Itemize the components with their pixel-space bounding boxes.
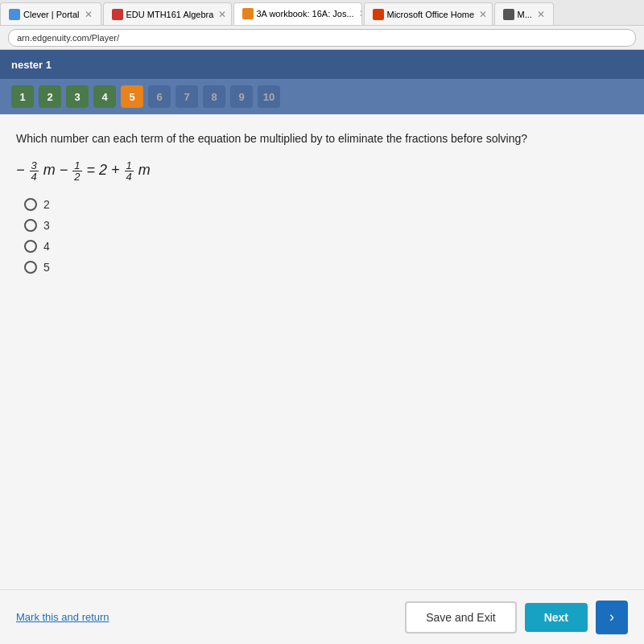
forward-arrow-button[interactable]: › xyxy=(596,601,628,634)
q-num-3[interactable]: 3 xyxy=(66,85,89,108)
radio-3[interactable] xyxy=(24,219,37,232)
q-num-8[interactable]: 8 xyxy=(203,85,225,108)
option-4[interactable]: 4 xyxy=(24,240,628,253)
q-num-7[interactable]: 7 xyxy=(175,85,198,108)
option-2[interactable]: 2 xyxy=(24,198,628,211)
chevron-right-icon: › xyxy=(609,609,614,625)
question-nav: 1 2 3 4 5 6 7 8 9 10 xyxy=(0,79,644,114)
option-3[interactable]: 3 xyxy=(24,219,628,232)
tab-label-workbook: 3A workbook: 16A: Jos... xyxy=(257,9,354,19)
fraction-1-4: 1 4 xyxy=(125,160,134,182)
fraction-3-4: 3 4 xyxy=(30,160,39,182)
tab-icon-workbook xyxy=(242,8,254,19)
footer-buttons: Save and Exit Next › xyxy=(405,601,628,634)
answer-options: 2 3 4 5 xyxy=(24,198,628,274)
tab-icon-misc xyxy=(503,9,514,20)
footer: Mark this and return Save and Exit Next … xyxy=(0,589,644,644)
mark-return-link[interactable]: Mark this and return xyxy=(16,611,109,623)
tab-close-clever[interactable]: ✕ xyxy=(85,9,93,20)
q-num-9[interactable]: 9 xyxy=(230,85,253,108)
radio-5[interactable] xyxy=(24,261,37,274)
question-text: Which number can each term of the equati… xyxy=(16,130,628,147)
main-content: Which number can each term of the equati… xyxy=(0,114,644,589)
q-num-4[interactable]: 4 xyxy=(93,85,116,108)
address-bar xyxy=(0,26,644,50)
tab-icon-clever xyxy=(9,9,20,20)
option-2-label: 2 xyxy=(43,198,50,211)
radio-4[interactable] xyxy=(24,240,37,253)
tab-label-clever: Clever | Portal xyxy=(23,10,80,19)
tab-edu[interactable]: EDU MTH161 Algebra ✕ xyxy=(103,2,232,25)
header-title: nester 1 xyxy=(11,59,52,71)
q-num-5[interactable]: 5 xyxy=(121,85,143,108)
tab-office[interactable]: Microsoft Office Home ✕ xyxy=(364,2,493,25)
tab-close-edu[interactable]: ✕ xyxy=(218,9,226,20)
tab-misc[interactable]: M... ✕ xyxy=(494,2,554,25)
save-exit-button[interactable]: Save and Exit xyxy=(405,601,516,634)
option-5-label: 5 xyxy=(43,261,50,274)
next-button[interactable]: Next xyxy=(525,603,588,632)
tab-close-misc[interactable]: ✕ xyxy=(537,9,545,20)
option-4-label: 4 xyxy=(43,240,50,253)
fraction-1-2: 1 2 xyxy=(72,160,81,182)
tab-label-edu: EDU MTH161 Algebra xyxy=(126,10,214,19)
address-input[interactable] xyxy=(8,29,636,47)
q-num-10[interactable]: 10 xyxy=(258,85,280,108)
tab-workbook[interactable]: 3A workbook: 16A: Jos... ✕ xyxy=(233,2,362,25)
option-3-label: 3 xyxy=(43,219,50,232)
q-num-2[interactable]: 2 xyxy=(39,85,61,108)
equation-display: − 3 4 m − 1 2 = 2 + 1 4 m xyxy=(16,160,628,182)
tab-close-office[interactable]: ✕ xyxy=(479,9,487,20)
tab-label-office: Microsoft Office Home xyxy=(387,10,475,19)
tab-clever[interactable]: Clever | Portal ✕ xyxy=(0,2,101,25)
tab-close-workbook[interactable]: ✕ xyxy=(359,8,362,19)
q-num-6[interactable]: 6 xyxy=(148,85,171,108)
tab-icon-edu xyxy=(112,9,123,20)
radio-2[interactable] xyxy=(24,198,37,211)
tab-label-misc: M... xyxy=(518,10,532,19)
tab-icon-office xyxy=(373,9,384,20)
browser-tabs: Clever | Portal ✕ EDU MTH161 Algebra ✕ 3… xyxy=(0,0,644,26)
app-header: nester 1 xyxy=(0,50,644,79)
option-5[interactable]: 5 xyxy=(24,261,628,274)
q-num-1[interactable]: 1 xyxy=(11,85,34,108)
